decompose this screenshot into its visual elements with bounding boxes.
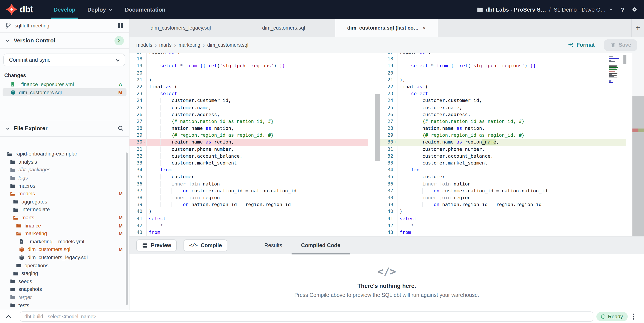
version-control-header[interactable]: Version Control 2 xyxy=(0,32,129,49)
file-tree-item[interactable]: snapshots xyxy=(0,285,129,293)
code-line[interactable]: 24 customer.customer_id, xyxy=(380,97,626,104)
file-tree-item[interactable]: staging xyxy=(0,270,129,277)
code-line[interactable]: 41select xyxy=(130,215,368,222)
breadcrumb-item[interactable]: dim_customers.sql xyxy=(207,42,248,47)
code-line[interactable]: 33 customer.market_segment xyxy=(380,160,626,167)
code-line[interactable]: 40) xyxy=(380,208,626,215)
code-line[interactable]: 28 nation.name as nation, xyxy=(130,125,368,132)
code-line[interactable]: 30+ region.name as region_name, xyxy=(380,139,626,146)
command-input[interactable] xyxy=(20,312,594,322)
code-line[interactable]: 29 {# region.region_id as region_id, #} xyxy=(380,132,626,139)
file-tree-item[interactable]: macros xyxy=(0,182,129,190)
breadcrumb-item[interactable]: models xyxy=(136,42,152,47)
code-line[interactable]: 34 from xyxy=(130,167,368,174)
code-line[interactable]: 26 customer.address, xyxy=(130,111,368,118)
editor-tab[interactable]: dim_customers.sql (last co…× xyxy=(335,19,438,37)
kebab-menu-icon[interactable] xyxy=(633,313,634,320)
code-line[interactable]: 19 select * from {{ ref('stg_tpch__regio… xyxy=(130,63,368,70)
code-line[interactable]: 22final as ( xyxy=(380,83,626,90)
tab-compiled-code[interactable]: Compiled Code xyxy=(292,236,350,254)
compile-button[interactable]: </>Compile xyxy=(184,239,228,251)
code-line[interactable]: 20 xyxy=(380,70,626,76)
environment-name[interactable]: SL Demo - Dave C… xyxy=(554,6,606,13)
minimap[interactable] xyxy=(609,56,622,83)
diff-pane-modified[interactable]: 17region as (1819 select * from {{ ref('… xyxy=(380,53,626,236)
code-line[interactable]: 36 inner join nation xyxy=(380,181,626,187)
left-pane-scrollbar[interactable] xyxy=(375,94,380,161)
code-line[interactable]: 31 customer.phone_number, xyxy=(130,146,368,153)
new-tab-button[interactable]: + xyxy=(631,19,644,37)
breadcrumb-item[interactable]: marketing xyxy=(178,42,200,47)
code-line[interactable]: 37 on customer.nation_id = nation.nation… xyxy=(130,188,368,195)
diff-overview-ruler[interactable] xyxy=(632,53,644,236)
code-line[interactable]: 38 inner join region xyxy=(130,195,368,201)
code-line[interactable]: 27 {# nation.nation_id as nation_id, #} xyxy=(130,118,368,125)
file-tree-item[interactable]: financeM xyxy=(0,222,129,230)
expand-panel-icon[interactable] xyxy=(5,313,12,320)
close-tab-icon[interactable]: × xyxy=(422,25,426,31)
file-tree-item[interactable]: intermediate xyxy=(0,206,129,214)
save-button[interactable]: Save xyxy=(604,39,637,51)
code-line[interactable]: 26 customer.address, xyxy=(380,111,626,118)
changed-file-row[interactable]: dim_customers.sqlM xyxy=(2,88,126,96)
code-line[interactable]: 43from xyxy=(130,229,368,236)
code-line[interactable]: 29 {# region.region_id as region_id, #} xyxy=(130,132,368,139)
code-line[interactable]: 32 customer.account_balance, xyxy=(130,153,368,160)
code-line[interactable]: 34 from xyxy=(380,167,626,174)
file-tree-scrollbar[interactable] xyxy=(126,152,128,305)
file-tree-item[interactable]: logs xyxy=(0,174,129,182)
code-line[interactable]: 40) xyxy=(130,208,368,215)
code-line[interactable]: 24 customer.customer_id, xyxy=(130,97,368,104)
file-tree-item[interactable]: aggregates xyxy=(0,198,129,206)
tab-results[interactable]: Results xyxy=(255,236,292,254)
file-tree-item[interactable]: dim_customers_legacy.sql xyxy=(0,253,129,261)
code-line[interactable]: 17region as ( xyxy=(130,53,368,56)
docs-book-icon[interactable] xyxy=(117,22,124,29)
project-name[interactable]: dbt Labs - ProServ S… xyxy=(486,6,546,13)
code-line[interactable]: 43from xyxy=(380,229,626,236)
help-icon[interactable]: ? xyxy=(620,6,624,13)
code-line[interactable]: 25 customer.name, xyxy=(380,104,626,111)
chevron-down-icon[interactable] xyxy=(115,57,120,63)
diff-pane-original[interactable]: 17region as (1819 select * from {{ ref('… xyxy=(130,53,368,236)
code-line[interactable]: 42 * xyxy=(130,222,368,229)
editor-tab[interactable]: dim_customers_legacy.sql xyxy=(130,19,232,37)
changed-file-row[interactable]: _finance_exposures.ymlA xyxy=(2,80,126,88)
code-line[interactable]: 23 select xyxy=(130,90,368,97)
code-line[interactable]: 33 customer.market_segment xyxy=(130,160,368,167)
file-tree-item[interactable]: _marketing__models.yml xyxy=(0,238,129,246)
file-tree-item[interactable]: rapid-onboarding-exemplar xyxy=(0,150,129,158)
code-line[interactable]: 21), xyxy=(380,77,626,83)
code-line[interactable]: 23 select xyxy=(380,90,626,97)
code-line[interactable]: 35 customer xyxy=(130,174,368,181)
code-line[interactable]: 39 on nation.region_id = region.region_i… xyxy=(380,201,626,208)
file-tree-item[interactable]: tests xyxy=(0,301,129,309)
gear-icon[interactable] xyxy=(631,6,638,13)
code-line[interactable]: 42 * xyxy=(380,222,626,229)
commit-and-sync-button[interactable]: Commit and sync xyxy=(4,53,125,66)
code-line[interactable]: 30- region.name as region, xyxy=(130,139,368,146)
file-tree-item[interactable]: dim_customers.sqlM xyxy=(0,246,129,253)
code-line[interactable]: 41select xyxy=(380,215,626,222)
code-line[interactable]: 19 select * from {{ ref('stg_tpch__regio… xyxy=(380,63,626,70)
file-explorer-header[interactable]: File Explorer xyxy=(0,120,129,137)
nav-menu-deploy[interactable]: Deploy xyxy=(81,0,119,19)
code-line[interactable]: 37 on customer.nation_id = nation.nation… xyxy=(380,188,626,195)
code-line[interactable]: 20 xyxy=(130,70,368,76)
dbt-logo-icon[interactable] xyxy=(6,4,17,15)
nav-menu-develop[interactable]: Develop xyxy=(48,0,81,19)
preview-button[interactable]: Preview xyxy=(136,239,177,251)
code-line[interactable]: 18 xyxy=(380,56,626,62)
code-line[interactable]: 25 customer.name, xyxy=(130,104,368,111)
code-line[interactable]: 22final as ( xyxy=(130,83,368,90)
editor-tab[interactable]: dim_customers.sql xyxy=(232,19,335,37)
code-line[interactable]: 27 {# nation.nation_id as nation_id, #} xyxy=(380,118,626,125)
file-tree-item[interactable]: marketingM xyxy=(0,230,129,238)
breadcrumb-item[interactable]: marts xyxy=(159,42,172,47)
file-tree-item[interactable]: seeds xyxy=(0,277,129,285)
file-tree-item[interactable]: target xyxy=(0,293,129,301)
file-tree-item[interactable]: operations xyxy=(0,262,129,270)
file-tree-item[interactable]: modelsM xyxy=(0,190,129,198)
code-line[interactable]: 39 on nation.region_id = region.region_i… xyxy=(130,201,368,208)
search-icon[interactable] xyxy=(118,125,124,131)
